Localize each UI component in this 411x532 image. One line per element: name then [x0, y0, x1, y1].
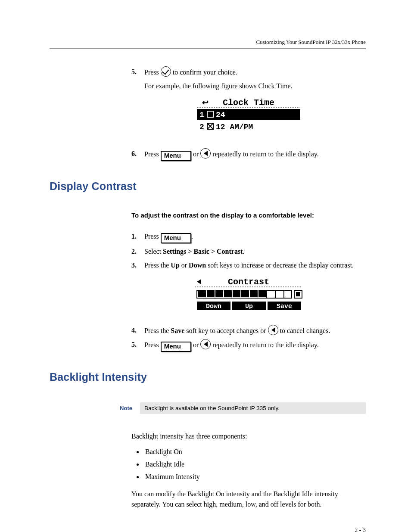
softkey-name: Save — [171, 327, 184, 334]
svg-text:↩: ↩ — [202, 99, 209, 107]
running-header: Customizing Your SoundPoint IP 32x/33x P… — [50, 39, 366, 46]
step-number: 5. — [131, 339, 144, 352]
list-item: Backlight Idle — [143, 458, 366, 471]
step-4: 4. Press the Save soft key to accept cha… — [131, 325, 366, 336]
list-item: Maximum Intensity — [143, 471, 366, 483]
text: Press — [144, 68, 161, 76]
text: or — [180, 261, 189, 269]
lcd-softkey-save: Save — [277, 303, 292, 310]
section-3-body: Note Backlight is available on the Sound… — [131, 402, 366, 510]
text: Press the — [144, 327, 171, 334]
text: Select — [144, 248, 163, 255]
subheading: To adjust the contrast on the display to… — [131, 212, 366, 219]
lcd-line2-val: 12 AM/PM — [216, 123, 253, 131]
step-5b: 5. Press Menu or repeatedly to return to… — [131, 339, 366, 352]
section-2-body: To adjust the contrast on the display to… — [131, 212, 366, 352]
note-body: Backlight is available on the SoundPoint… — [140, 402, 366, 414]
text: soft key to accept changes or — [184, 327, 268, 334]
bullet-list: Backlight On Backlight Idle Maximum Inte… — [135, 446, 366, 483]
svg-marker-7 — [197, 279, 201, 284]
heading-display-contrast: Display Contrast — [50, 180, 366, 193]
step-number: 5. — [131, 66, 144, 91]
step-1: 1. Press Menu. — [131, 231, 366, 243]
check-icon — [161, 66, 171, 77]
step-number: 4. — [131, 325, 144, 336]
paragraph: You can modify the Backlight On intensit… — [131, 489, 366, 510]
step-3: 3. Press the Up or Down soft keys to inc… — [131, 260, 366, 271]
lcd-title: Clock Time — [223, 98, 274, 108]
menu-button-icon: Menu — [161, 151, 191, 161]
text: Press the — [144, 261, 171, 269]
section-1-steps: 5. Press to confirm your choice. For exa… — [131, 66, 366, 161]
softkey-name: Down — [189, 261, 206, 269]
lcd-line1-val: 24 — [216, 111, 225, 119]
lcd-softkey-up: Up — [245, 303, 253, 310]
step-body: Press Menu or repeatedly to return to th… — [144, 148, 366, 161]
step-number: 2. — [131, 246, 144, 257]
text: to confirm your choice. — [171, 68, 237, 76]
lcd-softkey-down: Down — [206, 303, 221, 310]
menu-path: Settings > Basic > Contrast — [163, 248, 243, 255]
step-body: Press Menu. — [144, 231, 366, 243]
text: or — [191, 150, 200, 158]
menu-button-icon: Menu — [161, 342, 191, 352]
step-number: 6. — [131, 148, 144, 161]
back-arrow-icon — [200, 339, 211, 349]
menu-button-icon: Menu — [161, 233, 191, 243]
step-6: 6. Press Menu or repeatedly to return to… — [131, 148, 366, 161]
text: to cancel changes. — [278, 327, 330, 334]
step-number: 3. — [131, 260, 144, 271]
step-body: Press the Up or Down soft keys to increa… — [144, 260, 366, 271]
softkey-name: Up — [171, 261, 179, 269]
back-arrow-icon — [268, 325, 278, 335]
step-5: 5. Press to confirm your choice. For exa… — [131, 66, 366, 91]
text: soft keys to increase or decrease the di… — [206, 261, 354, 269]
paragraph: Backlight intensity has three components… — [131, 431, 366, 442]
svg-rect-2 — [197, 109, 300, 120]
back-arrow-icon — [200, 148, 211, 159]
lcd-title: Contrast — [228, 277, 269, 287]
list-item: Backlight On — [143, 446, 366, 458]
text: repeatedly to return to the idle display… — [211, 150, 318, 158]
text: repeatedly to return to the idle display… — [211, 341, 318, 348]
step-body: Press Menu or repeatedly to return to th… — [144, 339, 366, 352]
lcd-clock-time-figure: ↩ Clock Time 1 24 2 12 AM/PM — [193, 97, 305, 138]
heading-backlight-intensity: Backlight Intensity — [50, 371, 366, 383]
lcd-contrast-figure: Contrast — [193, 277, 305, 314]
step-extra-text: For example, the following figure shows … — [144, 81, 366, 92]
step-body: Press the Save soft key to accept change… — [144, 325, 366, 336]
page: Customizing Your SoundPoint IP 32x/33x P… — [0, 0, 411, 532]
text: or — [191, 341, 200, 348]
header-rule — [50, 48, 366, 49]
step-body: Press to confirm your choice. For exampl… — [144, 66, 366, 91]
step-number: 1. — [131, 231, 144, 243]
lcd-line2-num: 2 — [199, 123, 204, 131]
step-body: Select Settings > Basic > Contrast. — [144, 246, 366, 257]
note-label: Note — [101, 402, 140, 414]
text: . — [191, 233, 193, 240]
text: Press — [144, 150, 161, 158]
text: . — [243, 248, 244, 255]
step-2: 2. Select Settings > Basic > Contrast. — [131, 246, 366, 257]
text: Press — [144, 341, 161, 348]
text: Press — [144, 233, 161, 240]
svg-rect-22 — [296, 292, 300, 296]
note-block: Note Backlight is available on the Sound… — [101, 402, 366, 414]
lcd-line1-num: 1 — [199, 111, 204, 119]
page-number: 2 - 3 — [50, 527, 366, 532]
